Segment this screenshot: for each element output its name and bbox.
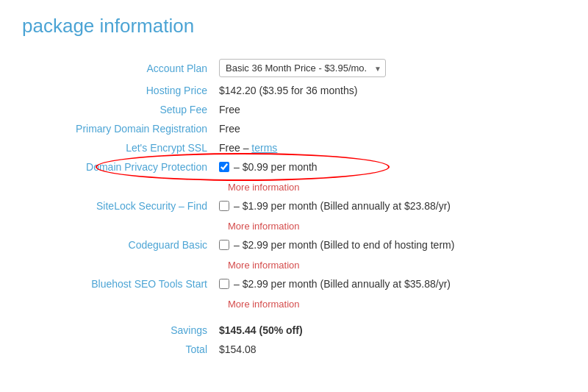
seo-row: Bluehost SEO Tools Start – $2.99 per mon… <box>22 274 566 293</box>
account-plan-select-wrapper[interactable]: Basic 36 Month Price - $3.95/mo. ▼ <box>219 59 386 77</box>
primary-domain-row: Primary Domain Registration Free <box>22 119 566 138</box>
account-plan-value: Basic 36 Month Price - $3.95/mo. ▼ <box>213 55 566 81</box>
ssl-row: Let's Encrypt SSL Free – terms <box>22 138 566 157</box>
domain-privacy-value: – $0.99 per month <box>213 157 566 177</box>
domain-privacy-row: Domain Privacy Protection – $0.99 per mo… <box>22 157 566 177</box>
package-form: Account Plan Basic 36 Month Price - $3.9… <box>22 55 566 359</box>
seo-price: – $2.99 per month (Billed annually at $3… <box>234 278 451 290</box>
ssl-terms-link[interactable]: terms <box>251 142 277 154</box>
seo-value: – $2.99 per month (Billed annually at $3… <box>213 274 566 293</box>
sitelock-price: – $1.99 per month (Billed annually at $2… <box>234 200 451 212</box>
domain-privacy-price: – $0.99 per month <box>234 161 318 173</box>
page-title: package information <box>22 15 566 38</box>
setup-fee-row: Setup Fee Free <box>22 100 566 119</box>
seo-label: Bluehost SEO Tools Start <box>22 274 213 293</box>
savings-label: Savings <box>22 321 213 340</box>
setup-fee-label: Setup Fee <box>22 100 213 119</box>
sitelock-checkbox[interactable] <box>219 201 229 211</box>
total-row: Total $154.08 <box>22 340 566 359</box>
ssl-value: Free – terms <box>213 138 566 157</box>
domain-privacy-checkbox-row: – $0.99 per month <box>219 161 560 173</box>
codeguard-price: – $2.99 per month (Billed to end of host… <box>234 239 454 251</box>
codeguard-checkbox-row: – $2.99 per month (Billed to end of host… <box>219 239 560 251</box>
domain-privacy-more-row: More information <box>22 177 566 196</box>
savings-row: Savings $145.44 (50% off) <box>22 321 566 340</box>
seo-checkbox[interactable] <box>219 279 229 289</box>
setup-fee-value: Free <box>213 100 566 119</box>
codeguard-more-row: More information <box>22 254 566 274</box>
sitelock-label: SiteLock Security – Find <box>22 196 213 215</box>
total-label: Total <box>22 340 213 359</box>
codeguard-value: – $2.99 per month (Billed to end of host… <box>213 235 566 254</box>
sitelock-checkbox-row: – $1.99 per month (Billed annually at $2… <box>219 200 560 212</box>
sitelock-more-link[interactable]: More information <box>219 219 560 232</box>
domain-privacy-more-link[interactable]: More information <box>219 180 560 193</box>
seo-more-link[interactable]: More information <box>219 297 560 310</box>
account-plan-select[interactable]: Basic 36 Month Price - $3.95/mo. <box>219 59 386 77</box>
codeguard-more-link[interactable]: More information <box>219 258 560 271</box>
primary-domain-value: Free <box>213 119 566 138</box>
sitelock-more-row: More information <box>22 215 566 235</box>
codeguard-row: Codeguard Basic – $2.99 per month (Bille… <box>22 235 566 254</box>
domain-privacy-checkbox[interactable] <box>219 162 229 172</box>
savings-value: $145.44 (50% off) <box>213 321 566 340</box>
ssl-free-text: Free – <box>219 142 251 154</box>
hosting-price-label: Hosting Price <box>22 81 213 100</box>
seo-checkbox-row: – $2.99 per month (Billed annually at $3… <box>219 278 560 290</box>
account-plan-row: Account Plan Basic 36 Month Price - $3.9… <box>22 55 566 81</box>
hosting-price-row: Hosting Price $142.20 ($3.95 for 36 mont… <box>22 81 566 100</box>
sitelock-row: SiteLock Security – Find – $1.99 per mon… <box>22 196 566 215</box>
codeguard-checkbox[interactable] <box>219 240 229 250</box>
sitelock-value: – $1.99 per month (Billed annually at $2… <box>213 196 566 215</box>
account-plan-label: Account Plan <box>22 55 213 81</box>
primary-domain-label: Primary Domain Registration <box>22 119 213 138</box>
ssl-label: Let's Encrypt SSL <box>22 138 213 157</box>
seo-more-row: More information <box>22 293 566 313</box>
domain-privacy-label: Domain Privacy Protection <box>22 157 213 177</box>
hosting-price-value: $142.20 ($3.95 for 36 months) <box>213 81 566 100</box>
total-value: $154.08 <box>213 340 566 359</box>
codeguard-label: Codeguard Basic <box>22 235 213 254</box>
